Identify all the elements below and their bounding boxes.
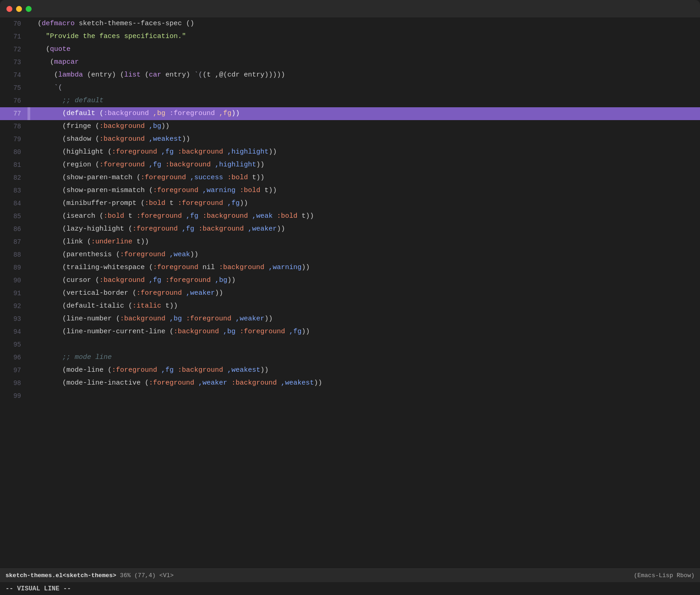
code-line: 77 (default (:background ,bg :foreground…	[0, 107, 700, 120]
line-number: 73	[0, 56, 27, 69]
line-number: 79	[0, 133, 27, 146]
minibuffer: -- VISUAL LINE --	[0, 582, 700, 595]
code-content: "Provide the faces specification."	[30, 30, 700, 43]
code-line: 81 (region (:foreground ,fg :background …	[0, 159, 700, 171]
code-content: (fringe (:background ,bg))	[30, 120, 700, 133]
code-content: (line-number-current-line (:background ,…	[30, 325, 700, 338]
code-content: (isearch (:bold t :foreground ,fg :backg…	[30, 210, 700, 223]
code-line: 93 (line-number (:background ,bg :foregr…	[0, 313, 700, 325]
line-number: 77	[0, 107, 27, 120]
code-line: 84 (minibuffer-prompt (:bold t :foregrou…	[0, 197, 700, 210]
code-content: (lambda (entry) (list (car entry) `((t ,…	[30, 69, 700, 82]
status-position: 36% (77,4)	[120, 572, 156, 579]
line-number: 91	[0, 287, 27, 300]
line-number: 83	[0, 184, 27, 197]
code-content: (line-number (:background ,bg :foregroun…	[30, 313, 700, 325]
code-area[interactable]: 70(defmacro sketch-themes--faces-spec ()…	[0, 17, 700, 568]
code-line: 87 (link (:underline t))	[0, 236, 700, 248]
code-line: 78 (fringe (:background ,bg))	[0, 120, 700, 133]
code-content: `(	[30, 82, 700, 94]
code-line: 75 `(	[0, 82, 700, 94]
line-number: 98	[0, 377, 27, 390]
line-number: 75	[0, 82, 27, 94]
code-content: (parenthesis (:foreground ,weak))	[30, 248, 700, 261]
code-content	[30, 338, 700, 351]
code-content: (mapcar	[30, 56, 700, 69]
code-line: 72 (quote	[0, 43, 700, 56]
line-number: 78	[0, 120, 27, 133]
code-content: (trailing-whitespace (:foreground nil :b…	[30, 261, 700, 274]
code-line: 82 (show-paren-match (:foreground ,succe…	[0, 171, 700, 184]
code-line: 89 (trailing-whitespace (:foreground nil…	[0, 261, 700, 274]
code-content: ;; mode line	[30, 351, 700, 364]
line-number: 80	[0, 146, 27, 159]
code-content: (vertical-border (:foreground ,weaker))	[30, 287, 700, 300]
line-number: 93	[0, 313, 27, 325]
line-number: 95	[0, 338, 27, 351]
code-line: 70(defmacro sketch-themes--faces-spec ()	[0, 17, 700, 30]
status-mode1: <Vl>	[159, 572, 174, 579]
code-content: (defmacro sketch-themes--faces-spec ()	[30, 17, 700, 30]
code-content: (minibuffer-prompt (:bold t :foreground …	[30, 197, 700, 210]
code-content: (region (:foreground ,fg :background ,hi…	[30, 159, 700, 171]
line-number: 84	[0, 197, 27, 210]
code-content: (default (:background ,bg :foreground ,f…	[30, 107, 700, 120]
line-number: 74	[0, 69, 27, 82]
editor-area: 70(defmacro sketch-themes--faces-spec ()…	[0, 17, 700, 595]
code-content: ;; default	[30, 94, 700, 107]
code-line: 85 (isearch (:bold t :foreground ,fg :ba…	[0, 210, 700, 223]
line-number: 99	[0, 390, 27, 402]
close-button[interactable]	[6, 6, 12, 12]
code-content: (cursor (:background ,fg :foreground ,bg…	[30, 274, 700, 287]
status-filename: sketch-themes.el<sketch-themes>	[5, 572, 116, 579]
code-content: (link (:underline t))	[30, 236, 700, 248]
code-line: 71 "Provide the faces specification."	[0, 30, 700, 43]
editor-window: 70(defmacro sketch-themes--faces-spec ()…	[0, 0, 700, 595]
code-content	[30, 390, 700, 402]
line-number: 72	[0, 43, 27, 56]
code-content: (mode-line-inactive (:foreground ,weaker…	[30, 377, 700, 390]
code-line: 76 ;; default	[0, 94, 700, 107]
code-line: 94 (line-number-current-line (:backgroun…	[0, 325, 700, 338]
code-line: 96 ;; mode line	[0, 351, 700, 364]
code-line: 95	[0, 338, 700, 351]
line-number: 85	[0, 210, 27, 223]
line-number: 92	[0, 300, 27, 313]
code-line: 92 (default-italic (:italic t))	[0, 300, 700, 313]
titlebar	[0, 0, 700, 17]
line-number: 88	[0, 248, 27, 261]
code-content: (default-italic (:italic t))	[30, 300, 700, 313]
line-number: 82	[0, 171, 27, 184]
code-line: 74 (lambda (entry) (list (car entry) `((…	[0, 69, 700, 82]
code-content: (quote	[30, 43, 700, 56]
line-number: 81	[0, 159, 27, 171]
code-content: (show-paren-match (:foreground ,success …	[30, 171, 700, 184]
line-number: 89	[0, 261, 27, 274]
code-line: 80 (highlight (:foreground ,fg :backgrou…	[0, 146, 700, 159]
maximize-button[interactable]	[26, 6, 32, 12]
code-content: (highlight (:foreground ,fg :background …	[30, 146, 700, 159]
line-number: 90	[0, 274, 27, 287]
code-content: (show-paren-mismatch (:foreground ,warni…	[30, 184, 700, 197]
line-number: 71	[0, 30, 27, 43]
code-line: 73 (mapcar	[0, 56, 700, 69]
code-content: (lazy-highlight (:foreground ,fg :backgr…	[30, 223, 700, 236]
code-line: 86 (lazy-highlight (:foreground ,fg :bac…	[0, 223, 700, 236]
code-line: 97 (mode-line (:foreground ,fg :backgrou…	[0, 364, 700, 377]
code-line: 88 (parenthesis (:foreground ,weak))	[0, 248, 700, 261]
code-line: 83 (show-paren-mismatch (:foreground ,wa…	[0, 184, 700, 197]
minimize-button[interactable]	[16, 6, 22, 12]
line-number: 96	[0, 351, 27, 364]
visual-line-indicator: -- VISUAL LINE --	[5, 585, 71, 592]
code-line: 90 (cursor (:background ,fg :foreground …	[0, 274, 700, 287]
code-content: (mode-line (:foreground ,fg :background …	[30, 364, 700, 377]
line-number: 76	[0, 94, 27, 107]
code-line: 99	[0, 390, 700, 402]
line-number: 97	[0, 364, 27, 377]
status-bar: sketch-themes.el<sketch-themes> 36% (77,…	[0, 568, 700, 582]
status-mode2: (Emacs-Lisp Rbow)	[634, 572, 695, 579]
code-line: 91 (vertical-border (:foreground ,weaker…	[0, 287, 700, 300]
line-number: 86	[0, 223, 27, 236]
line-number: 87	[0, 236, 27, 248]
line-number: 94	[0, 325, 27, 338]
